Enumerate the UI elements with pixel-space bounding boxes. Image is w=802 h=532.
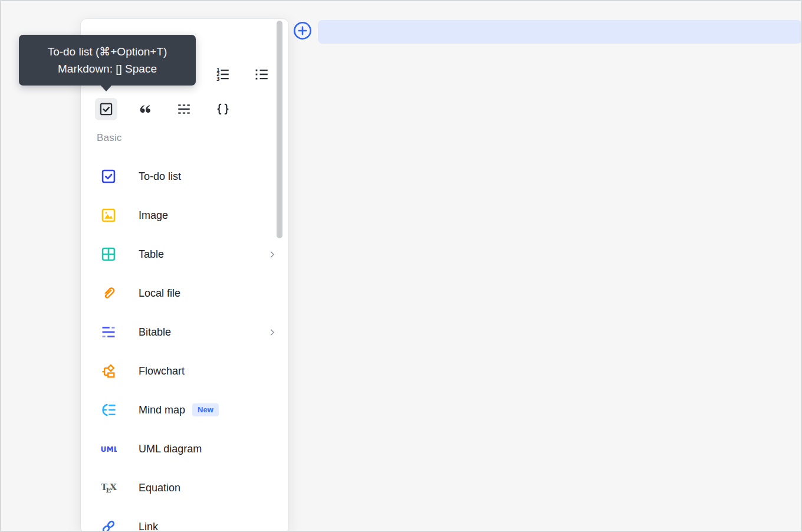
insert-block-menu: 1 2 3 (81, 19, 288, 532)
image-icon (100, 207, 117, 224)
menu-item-bitable[interactable]: Bitable (81, 313, 288, 352)
divider-icon[interactable] (173, 98, 195, 120)
chevron-right-icon (268, 250, 277, 259)
code-braces-icon[interactable] (212, 98, 234, 120)
plus-circle-icon (293, 21, 312, 40)
bulleted-list-icon[interactable] (251, 63, 273, 86)
tooltip-markdown-line: Markdown: [] Space (58, 60, 157, 77)
bitable-icon (100, 324, 117, 340)
quote-icon[interactable] (134, 98, 156, 120)
menu-item-label: Bitable (139, 326, 171, 339)
menu-item-label: UML diagram (139, 443, 202, 455)
add-block-button[interactable] (293, 21, 312, 40)
paperclip-icon (100, 285, 117, 301)
chevron-right-icon (268, 328, 277, 337)
menu-item-label: Local file (139, 287, 180, 300)
flowchart-icon (100, 363, 117, 379)
menu-item-local-file[interactable]: Local file (81, 274, 288, 313)
document-editor: 1 2 3 (0, 0, 802, 532)
svg-text:3: 3 (216, 76, 220, 82)
svg-text:UML: UML (101, 445, 117, 454)
menu-item-label: Mind map (139, 404, 185, 416)
selected-block-highlight[interactable] (318, 20, 802, 44)
mindmap-icon (100, 402, 117, 418)
menu-item-label: To-do list (139, 170, 181, 183)
menu-item-uml-diagram[interactable]: UML UML diagram (81, 429, 288, 468)
menu-item-link[interactable]: Link (81, 507, 288, 532)
menu-list: To-do list Image (81, 157, 288, 532)
uml-icon: UML (100, 441, 117, 457)
menu-item-table[interactable]: Table (81, 235, 288, 274)
menu-item-mind-map[interactable]: Mind map New (81, 390, 288, 429)
menu-item-label: Image (139, 209, 168, 222)
menu-item-label: Flowchart (139, 365, 185, 377)
menu-item-image[interactable]: Image (81, 196, 288, 235)
tex-icon: T E X (100, 480, 117, 496)
svg-text:X: X (110, 482, 117, 492)
todo-checkbox-icon[interactable] (95, 98, 117, 120)
todo-icon (100, 168, 117, 185)
menu-item-flowchart[interactable]: Flowchart (81, 352, 288, 390)
menu-item-label: Equation (139, 482, 180, 494)
menu-item-label: Table (139, 248, 164, 261)
menu-item-equation[interactable]: T E X Equation (81, 468, 288, 507)
menu-section-header: Basic (97, 132, 122, 144)
numbered-list-icon[interactable]: 1 2 3 (212, 63, 234, 86)
menu-item-label: Link (139, 521, 158, 532)
tooltip: To-do list (⌘+Option+T) Markdown: [] Spa… (19, 35, 196, 86)
menu-scrollbar-thumb[interactable] (277, 21, 282, 238)
table-icon (100, 246, 117, 262)
tooltip-shortcut-line: To-do list (⌘+Option+T) (48, 43, 167, 60)
menu-item-todo-list[interactable]: To-do list (81, 157, 288, 196)
new-badge: New (192, 403, 219, 416)
link-icon (100, 518, 117, 532)
